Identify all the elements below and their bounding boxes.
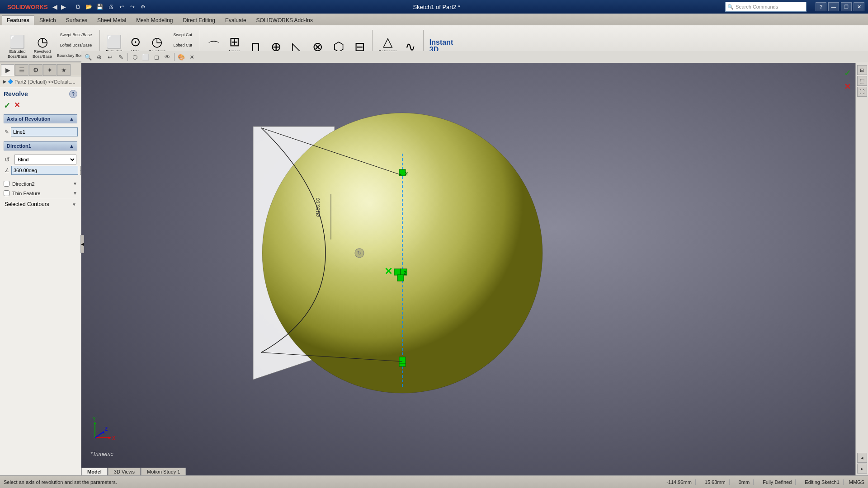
thin-feature-chevron[interactable]: ▼ [73, 191, 77, 196]
view-settings-btn[interactable]: ⊞ [857, 65, 867, 75]
forward-arrow[interactable]: ▶ [60, 3, 67, 10]
extruded-boss-base-btn[interactable]: ⬜ ExtrudedBoss/Base [5, 30, 29, 61]
tab-sheet-metal[interactable]: Sheet Metal [92, 15, 131, 25]
right-expand-btn[interactable]: ▸ [857, 464, 867, 474]
previous-view-btn[interactable]: ↩ [105, 52, 115, 62]
restore-btn[interactable]: ❐ [841, 2, 852, 11]
3d-sketch-btn[interactable]: ✎ [116, 52, 126, 62]
tab-direct-editing[interactable]: Direct Editing [178, 15, 220, 25]
redo-btn[interactable]: ↪ [127, 2, 137, 12]
direction1-type-row: ↺ Blind Up To Vertex Up To Surface Offse… [5, 155, 76, 164]
new-btn[interactable]: 🗋 [73, 2, 83, 12]
tab-features[interactable]: Features [2, 15, 34, 25]
axis-of-revolution-section[interactable]: Axis of Revolution ▲ [4, 114, 77, 123]
panel-tab-5[interactable]: ★ [57, 64, 71, 76]
lofted-cut-label: Lofted Cut [173, 43, 192, 47]
quick-access-toolbar: 🗋 📂 💾 🖨 ↩ ↪ ⚙ [73, 2, 148, 12]
angle-increment-btn[interactable]: ▲ [80, 166, 81, 170]
view-orientation-btn[interactable]: ⬜ [141, 52, 151, 62]
titlebar-controls: 🔍 Search Commands ? — ❐ ✕ [725, 2, 864, 12]
angle-input[interactable] [11, 166, 78, 175]
right-collapse-btn[interactable]: ◂ [857, 453, 867, 463]
help-btn[interactable]: ? [816, 2, 826, 11]
btab-3dviews[interactable]: 3D Views [108, 468, 141, 475]
full-screen-btn[interactable]: ⛶ [857, 87, 867, 97]
cancel-btn[interactable]: ✕ [14, 101, 20, 111]
swept-boss-base-btn[interactable]: Swept Boss/Base [55, 30, 97, 40]
constraint-point-bottom [399, 357, 406, 363]
lofted-cut-btn[interactable]: Lofted Cut [169, 40, 197, 50]
minimize-btn[interactable]: — [828, 2, 839, 11]
lofted-boss-label: Lofted Boss/Base [60, 43, 92, 47]
panel-tab-2[interactable]: ☰ [15, 64, 28, 76]
panel-tab-4[interactable]: ✦ [43, 64, 57, 76]
btab-model[interactable]: Model [81, 468, 108, 475]
statusbar: Select an axis of revolution and set the… [0, 475, 868, 488]
revolved-boss-base-btn[interactable]: ◷ RevolvedBoss/Base [30, 30, 54, 61]
direction2-chevron[interactable]: ▼ [73, 181, 77, 186]
angle-spinner: ▲ ▼ [80, 166, 81, 175]
direction1-icon: ↺ [5, 156, 13, 163]
display-style-btn[interactable]: ◻ [151, 52, 161, 62]
ribbon-tabs: Features Sketch Surfaces Sheet Metal Mes… [0, 14, 868, 25]
direction2-label: Direction2 [12, 181, 70, 187]
undo-btn[interactable]: ↩ [117, 2, 127, 12]
tab-surfaces[interactable]: Surfaces [61, 15, 92, 25]
options-btn[interactable]: ⚙ [138, 2, 148, 12]
revolved-boss-label: RevolvedBoss/Base [33, 49, 52, 59]
direction1-type-select[interactable]: Blind Up To Vertex Up To Surface Offset … [14, 155, 76, 164]
breadcrumb-arrow[interactable]: ▶ [3, 79, 6, 84]
expand-btn[interactable]: ⬚ [857, 76, 867, 86]
panel-collapse-handle[interactable]: ◀ [80, 235, 84, 253]
angle-decrement-btn[interactable]: ▼ [80, 170, 81, 175]
constraint-point-bottom2 [399, 363, 406, 366]
help-info-btn[interactable]: ? [69, 90, 77, 98]
direction1-section[interactable]: Direction1 ▲ [4, 141, 77, 150]
save-btn[interactable]: 💾 [95, 2, 105, 12]
accept-btn[interactable]: ✓ [4, 101, 10, 111]
back-arrow[interactable]: ◀ [52, 3, 58, 10]
selected-contours-row[interactable]: Selected Contours ▼ [4, 199, 77, 209]
viewport[interactable]: 2 ✕ 2 Ø100.00 ↻ *Trimetric [81, 63, 868, 475]
zoom-area-btn[interactable]: ⊕ [94, 52, 104, 62]
tab-evaluate[interactable]: Evaluate [220, 15, 251, 25]
swept-cut-btn[interactable]: Swept Cut [169, 30, 197, 40]
angle-row: ∠ ▲ ▼ [5, 166, 76, 175]
viewport-actions: ✓ ✕ [841, 67, 854, 93]
btab-motion-study[interactable]: Motion Study 1 [141, 468, 186, 475]
open-btn[interactable]: 📂 [84, 2, 94, 12]
panel-tab-1[interactable]: ▶ [1, 64, 14, 76]
svg-marker-6 [94, 422, 96, 424]
svg-marker-3 [108, 436, 111, 439]
axis-section-content: ✎ [4, 124, 77, 140]
tab-solidworks-addins[interactable]: SOLIDWORKS Add-Ins [251, 15, 318, 25]
viewport-cancel-btn[interactable]: ✕ [841, 80, 854, 93]
zoom-to-fit-btn[interactable]: 🔍 [83, 52, 93, 62]
extruded-cut-icon: ⬜ [106, 36, 122, 48]
scene-btn[interactable]: ☀ [187, 52, 197, 62]
toolbar-separator-1 [127, 53, 128, 61]
tab-mesh-modeling[interactable]: Mesh Modeling [131, 15, 178, 25]
scene-canvas: 2 ✕ 2 Ø100.00 ↻ *Trimetric [81, 63, 868, 475]
panel-tabs: ▶ ☰ ⚙ ✦ ★ [0, 63, 81, 76]
thin-feature-checkbox[interactable] [4, 190, 9, 196]
dimension-text: Ø100.00 [315, 197, 321, 217]
lofted-boss-base-btn[interactable]: Lofted Boss/Base [55, 40, 97, 50]
section-view-btn[interactable]: ⬡ [130, 52, 140, 62]
breadcrumb: ▶ 🔷 Part2 (Default) <<Default.... [0, 76, 81, 87]
constraint-label-mid: 2 [404, 270, 406, 276]
hide-show-btn[interactable]: 👁 [162, 52, 172, 62]
close-btn[interactable]: ✕ [854, 2, 864, 11]
direction2-checkbox[interactable] [4, 181, 9, 187]
viewport-ok-btn[interactable]: ✓ [841, 67, 854, 80]
appearance-btn[interactable]: 🎨 [176, 52, 186, 62]
solidworks-logo: SOLIDWORKS [7, 4, 48, 10]
toolbar-separator-2 [174, 53, 175, 61]
tab-sketch[interactable]: Sketch [34, 15, 61, 25]
angle-icon: ∠ [5, 167, 9, 174]
panel-actions: ? [69, 90, 77, 98]
print-btn[interactable]: 🖨 [106, 2, 116, 12]
panel-tab-3[interactable]: ⚙ [29, 64, 42, 76]
axis-input[interactable] [11, 127, 78, 136]
rotate-indicator: ↻ [355, 249, 364, 258]
